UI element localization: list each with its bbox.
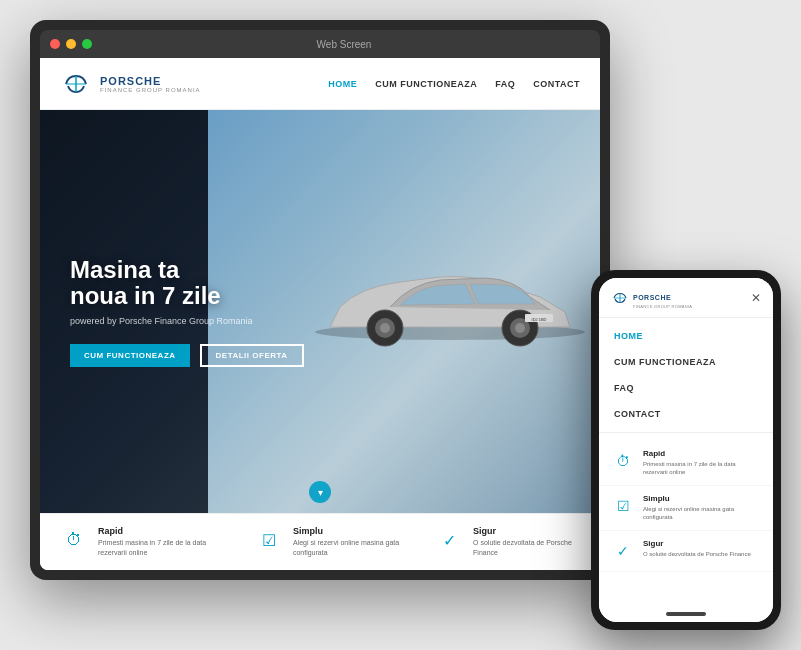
features-bar: ⏱ Rapid Primesti masina in 7 zile de la …: [40, 513, 600, 570]
mobile-porsche-logo-icon: [611, 289, 629, 307]
mobile-logo-title: PORSCHE: [633, 294, 671, 301]
feature-rapid: ⏱ Rapid Primesti masina in 7 zile de la …: [60, 526, 235, 558]
sigur-icon: ✓: [435, 526, 463, 554]
mobile-feature-rapid-desc: Primesti masina in 7 zile de la data rez…: [643, 460, 761, 477]
mobile-menu-home[interactable]: HOME: [599, 323, 773, 349]
website: PORSCHE FINANCE GROUP ROMANIA HOME CUM F…: [40, 58, 600, 570]
feature-sigur-desc: O solutie dezvoltata de Porsche Finance: [473, 538, 580, 558]
simplu-icon: ☑: [255, 526, 283, 554]
hero-buttons: CUM FUNCTIONEAZA DETALII OFERTA: [70, 344, 570, 367]
nav-logo: PORSCHE FINANCE GROUP ROMANIA: [60, 68, 201, 100]
mobile-menu-faq[interactable]: FAQ: [599, 375, 773, 401]
detalii-oferta-button[interactable]: DETALII OFERTA: [200, 344, 304, 367]
desktop-screen: PORSCHE FINANCE GROUP ROMANIA HOME CUM F…: [40, 58, 600, 570]
scroll-down-indicator[interactable]: ▾: [309, 481, 331, 503]
mobile-menu-cum[interactable]: CUM FUNCTIONEAZA: [599, 349, 773, 375]
mobile-feature-simplu-desc: Alegi si rezervi online masina gata conf…: [643, 505, 761, 522]
chevron-down-icon: ▾: [318, 487, 323, 498]
logo-text: PORSCHE FINANCE GROUP ROMANIA: [100, 75, 201, 93]
mobile-rapid-icon: ⏱: [611, 449, 635, 473]
mobile-logo: PORSCHE FINANCE GROUP ROMANIA: [611, 286, 692, 309]
mobile-menu: HOME CUM FUNCTIONEAZA FAQ CONTACT ⏱ Rapi…: [599, 318, 773, 622]
nav-link-home[interactable]: HOME: [328, 79, 357, 89]
mobile-mockup: PORSCHE FINANCE GROUP ROMANIA ✕ HOME CUM…: [591, 270, 781, 630]
hero-subtitle: powered by Porsche Finance Group Romania: [70, 316, 570, 326]
feature-rapid-text: Rapid Primesti masina in 7 zile de la da…: [98, 526, 235, 558]
nav-link-cum[interactable]: CUM FUNCTIONEAZA: [375, 79, 477, 89]
dot-red[interactable]: [50, 39, 60, 49]
feature-simplu-title: Simplu: [293, 526, 415, 536]
website-nav: PORSCHE FINANCE GROUP ROMANIA HOME CUM F…: [40, 58, 600, 110]
dot-green[interactable]: [82, 39, 92, 49]
rapid-icon: ⏱: [60, 526, 88, 554]
mobile-feature-sigur: ✓ Sigur O solutie dezvoltata de Porsche …: [599, 531, 773, 572]
mobile-screen: PORSCHE FINANCE GROUP ROMANIA ✕ HOME CUM…: [599, 278, 773, 622]
feature-sigur: ✓ Sigur O solutie dezvoltata de Porsche …: [435, 526, 580, 558]
mobile-feature-simplu-text: Simplu Alegi si rezervi online masina ga…: [643, 494, 761, 522]
mobile-home-indicator[interactable]: [666, 612, 706, 616]
mobile-feature-simplu: ☑ Simplu Alegi si rezervi online masina …: [599, 486, 773, 531]
mobile-nav: PORSCHE FINANCE GROUP ROMANIA ✕: [599, 278, 773, 318]
mobile-feature-sigur-title: Sigur: [643, 539, 751, 548]
mobile-sigur-icon: ✓: [611, 539, 635, 563]
mobile-logo-subtitle: FINANCE GROUP ROMANIA: [633, 304, 692, 309]
scene: Web Screen PORSCHE: [0, 0, 801, 650]
mobile-feature-rapid: ⏱ Rapid Primesti masina in 7 zile de la …: [599, 441, 773, 486]
cum-functioneaza-button[interactable]: CUM FUNCTIONEAZA: [70, 344, 190, 367]
desktop-top-bar: Web Screen: [40, 30, 600, 58]
feature-simplu-text: Simplu Alegi si rezervi online masina ga…: [293, 526, 415, 558]
dot-yellow[interactable]: [66, 39, 76, 49]
mobile-feature-simplu-title: Simplu: [643, 494, 761, 503]
feature-rapid-title: Rapid: [98, 526, 235, 536]
nav-links: HOME CUM FUNCTIONEAZA FAQ CONTACT: [328, 79, 580, 89]
hero-section: IDJ 1BD Masina ta noua in 7 zile powered…: [40, 110, 600, 513]
mobile-menu-contact[interactable]: CONTACT: [599, 401, 773, 427]
mobile-features: ⏱ Rapid Primesti masina in 7 zile de la …: [599, 433, 773, 622]
mobile-feature-sigur-text: Sigur O solutie dezvoltata de Porsche Fi…: [643, 539, 751, 558]
mobile-close-icon[interactable]: ✕: [751, 291, 761, 305]
desktop-mockup: Web Screen PORSCHE: [30, 20, 610, 580]
feature-rapid-desc: Primesti masina in 7 zile de la data rez…: [98, 538, 235, 558]
logo-subtitle: FINANCE GROUP ROMANIA: [100, 87, 201, 93]
hero-content: Masina ta noua in 7 zile powered by Pors…: [70, 257, 570, 367]
nav-link-contact[interactable]: CONTACT: [533, 79, 580, 89]
logo-title: PORSCHE: [100, 75, 201, 87]
mobile-menu-items: HOME CUM FUNCTIONEAZA FAQ CONTACT: [599, 318, 773, 433]
feature-sigur-title: Sigur: [473, 526, 580, 536]
feature-simplu-desc: Alegi si rezervi online masina gata conf…: [293, 538, 415, 558]
porsche-logo-icon: [60, 68, 92, 100]
mobile-feature-rapid-text: Rapid Primesti masina in 7 zile de la da…: [643, 449, 761, 477]
desktop-title-label: Web Screen: [98, 39, 590, 50]
hero-title: Masina ta noua in 7 zile: [70, 257, 570, 310]
mobile-feature-rapid-title: Rapid: [643, 449, 761, 458]
mobile-feature-sigur-desc: O solutie dezvoltata de Porsche Finance: [643, 550, 751, 558]
mobile-simplu-icon: ☑: [611, 494, 635, 518]
feature-simplu: ☑ Simplu Alegi si rezervi online masina …: [255, 526, 415, 558]
nav-link-faq[interactable]: FAQ: [495, 79, 515, 89]
feature-sigur-text: Sigur O solutie dezvoltata de Porsche Fi…: [473, 526, 580, 558]
mobile-logo-text-block: PORSCHE FINANCE GROUP ROMANIA: [633, 286, 692, 309]
